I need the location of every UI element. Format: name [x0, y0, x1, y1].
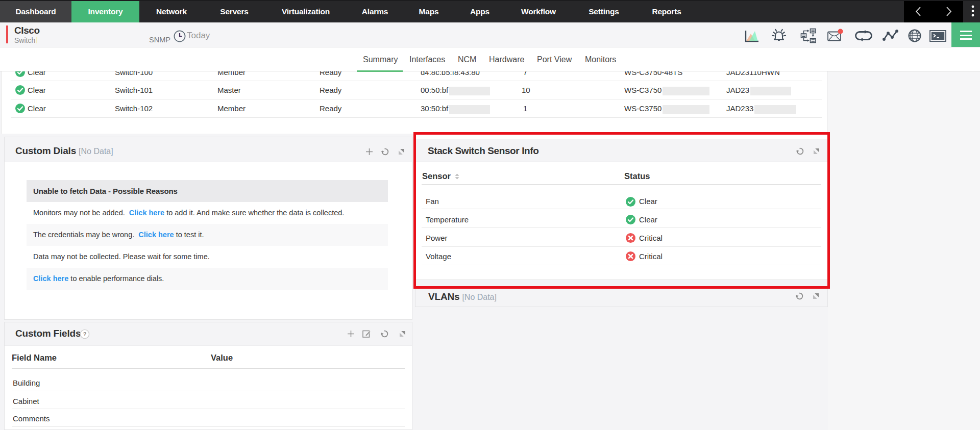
- svg-text:?: ?: [83, 331, 87, 337]
